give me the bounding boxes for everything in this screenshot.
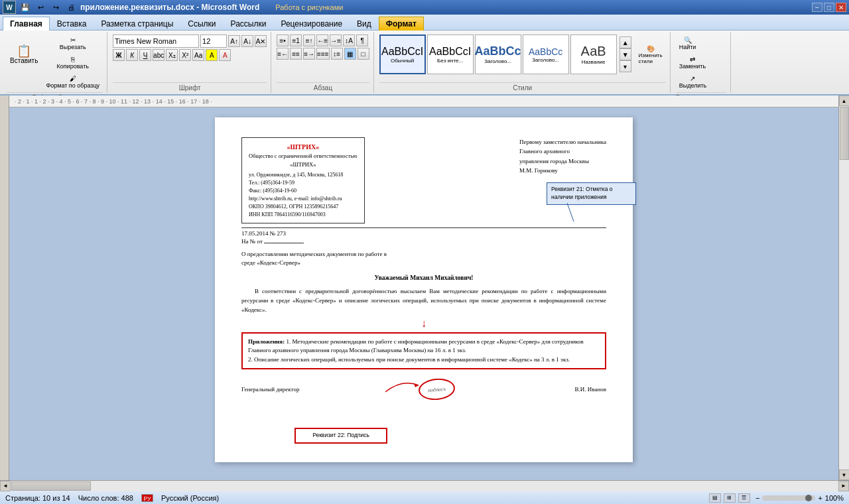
paste-button[interactable]: 📋 Вставить (7, 34, 41, 74)
highlight-btn[interactable]: A (206, 49, 218, 61)
view-print-btn[interactable]: ▤ (709, 493, 721, 503)
qat-print[interactable]: 🖨 (64, 1, 78, 13)
callout-22: Реквизит 22: Подпись (294, 428, 387, 444)
styles-more[interactable]: ▾ (620, 60, 631, 72)
font-content: A↑ A↓ A✕ Ж К Ч abc X₂ X² Aa A A (113, 33, 267, 81)
style-heading1-label: Заголово... (484, 58, 511, 64)
change-styles-label: Изменитьстили (639, 52, 663, 64)
callout-21-arrow (567, 203, 580, 223)
clear-format-btn[interactable]: A✕ (255, 35, 267, 47)
styles-scroll-up[interactable]: ▲ (620, 36, 631, 48)
style-heading2[interactable]: AaBbCc Заголово... (523, 34, 569, 74)
bold-btn[interactable]: Ж (113, 49, 125, 61)
font-row1: A↑ A↓ A✕ (113, 34, 267, 48)
cut-button[interactable]: ✂ Вырезать (42, 34, 103, 52)
qat-save[interactable]: 💾 (19, 1, 32, 13)
subscript-btn[interactable]: X₂ (166, 49, 178, 61)
zoom-level: 100% (825, 494, 844, 502)
border-btn[interactable]: □ (358, 48, 369, 60)
font-name-input[interactable] (113, 34, 199, 48)
lang-icon: РУ (141, 494, 153, 502)
zoom-thumb (805, 495, 812, 501)
style-normal[interactable]: AaBbCcI Обычный (379, 34, 426, 74)
copy-button[interactable]: ⎘ Копировать (42, 54, 103, 72)
align-left-btn[interactable]: ≡← (277, 48, 289, 60)
paste-icon: 📋 (17, 45, 31, 57)
align-center-btn[interactable]: ≡≡ (290, 48, 302, 60)
multilevel-btn[interactable]: ≡↑ (303, 34, 315, 46)
title-bar-left: W 💾 ↩ ↪ 🖨 приложение.реквизиты.docx - Mi… (3, 1, 343, 14)
attach-label: Приложения: (248, 338, 285, 345)
font-shrink-btn[interactable]: A↓ (241, 35, 253, 47)
align-right-btn[interactable]: ≡→ (303, 48, 315, 60)
increase-indent-btn[interactable]: →≡ (330, 34, 342, 46)
para-row1: ≡• ≡1 ≡↑ ←≡ →≡ ↕A ¶ (277, 34, 368, 46)
bullets-btn[interactable]: ≡• (277, 34, 289, 46)
zoom-plus[interactable]: + (818, 494, 822, 502)
format-painter-button[interactable]: 🖌 Формат по образцу (42, 73, 103, 91)
numbering-btn[interactable]: ≡1 (290, 34, 302, 46)
zoom-slider[interactable] (762, 495, 815, 501)
tab-view[interactable]: Вид (350, 17, 379, 31)
shading-btn[interactable]: ▦ (344, 48, 356, 60)
show-hide-btn[interactable]: ¶ (356, 34, 368, 46)
view-buttons: ▤ ⊞ ☰ (709, 493, 750, 503)
callout-22-text: Реквизит 22: Подпись (312, 432, 369, 438)
tab-layout[interactable]: Разметка страницы (94, 17, 180, 31)
text-style-btn[interactable]: Aa (192, 49, 204, 61)
change-styles-btn[interactable]: 🎨 Изменитьстили (635, 43, 666, 66)
hscroll-right-btn[interactable]: ► (838, 481, 849, 491)
tab-refs[interactable]: Ссылки (180, 17, 223, 31)
decrease-indent-btn[interactable]: ←≡ (316, 34, 328, 46)
doc-content[interactable]: «ШТРИХ» Общество с ограниченной ответств… (9, 107, 838, 480)
find-btn[interactable]: 🔍 Найти (676, 34, 700, 52)
body-para1: В соответствии с предварительной договор… (241, 286, 606, 315)
ruler-top: · 2 · 1 · 1 · 2 · 3 · 4 · 5 · 6 · 7 · 8 … (9, 95, 838, 107)
style-heading1[interactable]: AaBbCc Заголово... (475, 34, 521, 74)
strikethrough-btn[interactable]: abc (153, 49, 164, 61)
select-btn[interactable]: ↗ Выделить (676, 73, 710, 91)
replace-btn[interactable]: ⇄ Заменить (676, 54, 709, 72)
font-color-btn[interactable]: A (219, 49, 231, 61)
tab-review[interactable]: Рецензирование (273, 17, 350, 31)
minimize-btn[interactable]: − (812, 3, 822, 12)
scroll-up-btn[interactable]: ▲ (839, 95, 850, 106)
qat-undo[interactable]: ↩ (34, 1, 47, 13)
scroll-down-btn[interactable]: ▼ (839, 470, 850, 480)
position-text: Генеральный директор (241, 386, 299, 393)
ruler-marks: · 2 · 1 · 1 · 2 · 3 · 4 · 5 · 6 · 7 · 8 … (15, 98, 212, 105)
ribbon-group-editing: 🔍 Найти ⇄ Заменить ↗ Выделить Редактиров… (672, 32, 731, 93)
qat-redo[interactable]: ↪ (49, 1, 62, 13)
hscroll-left-btn[interactable]: ◄ (0, 481, 11, 491)
close-btn[interactable]: ✕ (836, 3, 846, 12)
change-styles-icon: 🎨 (647, 45, 655, 52)
para-content: ≡• ≡1 ≡↑ ←≡ →≡ ↕A ¶ ≡← ≡≡ ≡→ ≡≡≡ ↕≡ ▦ □ (277, 33, 369, 81)
maximize-btn[interactable]: □ (824, 3, 834, 12)
styles-scroll-down[interactable]: ▼ (620, 48, 631, 60)
tab-insert[interactable]: Вставка (50, 17, 94, 31)
hscroll-thumb[interactable] (11, 481, 91, 491)
superscript-btn[interactable]: X² (179, 49, 191, 61)
style-no-spacing[interactable]: AaBbCcI Без инте... (427, 34, 474, 74)
recipient-block: Первому заместителю начальника Главного … (519, 137, 606, 223)
tab-mail[interactable]: Рассылки (224, 17, 274, 31)
sort-btn[interactable]: ↕A (343, 34, 355, 46)
line-spacing-btn[interactable]: ↕≡ (331, 48, 343, 60)
word-icon: W (3, 1, 16, 14)
scroll-thumb[interactable] (840, 107, 849, 160)
underline-btn[interactable]: Ч (139, 49, 151, 61)
style-title[interactable]: АаВ Название (570, 34, 617, 74)
page-info: Страница: 10 из 14 (5, 494, 70, 502)
font-size-input[interactable] (200, 34, 227, 48)
tab-home[interactable]: Главная (3, 17, 50, 31)
italic-btn[interactable]: К (126, 49, 138, 61)
justify-btn[interactable]: ≡≡≡ (316, 48, 330, 60)
view-full-btn[interactable]: ⊞ (724, 493, 736, 503)
view-web-btn[interactable]: ☰ (738, 493, 750, 503)
zoom-minus[interactable]: − (755, 494, 759, 502)
recipient-title: Первому заместителю начальника (519, 137, 606, 147)
ref-line: На № от (241, 238, 606, 245)
font-grow-btn[interactable]: A↑ (228, 35, 240, 47)
styles-content: AaBbCcI Обычный AaBbCcI Без инте... AaBb… (379, 33, 666, 81)
tab-format[interactable]: Формат (379, 17, 424, 31)
